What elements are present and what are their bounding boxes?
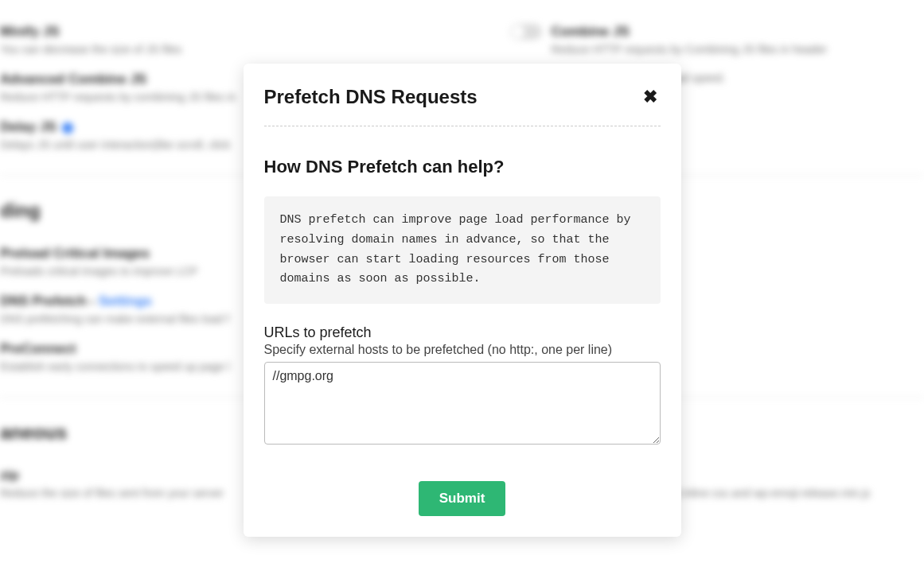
urls-textarea[interactable] bbox=[264, 362, 661, 445]
modal-header: Prefetch DNS Requests ✖ bbox=[264, 86, 661, 126]
close-icon[interactable]: ✖ bbox=[640, 88, 661, 106]
modal-title: Prefetch DNS Requests bbox=[264, 86, 478, 108]
help-description-box: DNS prefetch can improve page load perfo… bbox=[264, 196, 661, 304]
submit-button[interactable]: Submit bbox=[419, 481, 506, 516]
prefetch-dns-modal: Prefetch DNS Requests ✖ How DNS Prefetch… bbox=[244, 64, 681, 537]
urls-field-label: URLs to prefetch bbox=[264, 324, 661, 341]
modal-footer: Submit bbox=[264, 481, 661, 516]
modal-body: How DNS Prefetch can help? DNS prefetch … bbox=[264, 126, 661, 448]
help-heading: How DNS Prefetch can help? bbox=[264, 157, 661, 177]
urls-field-hint: Specify external hosts to be prefetched … bbox=[264, 343, 661, 357]
modal-overlay: Prefetch DNS Requests ✖ How DNS Prefetch… bbox=[0, 0, 924, 563]
